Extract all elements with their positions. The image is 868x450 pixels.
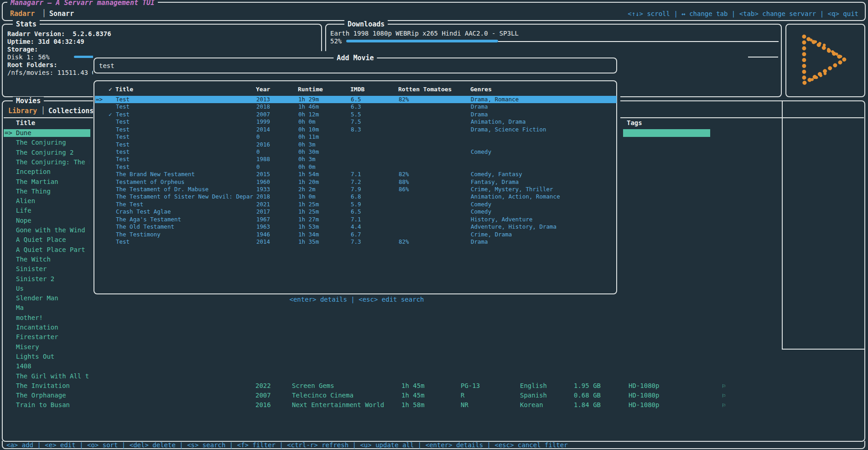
tag-icon: ⚐ — [722, 382, 726, 390]
result-year: 1999 — [256, 118, 270, 126]
search-result-row[interactable]: The Testimony19461h 34m6.7Crime, Drama — [95, 231, 617, 238]
stats-uptime: Uptime: 31d 04:32:49 — [7, 38, 84, 46]
search-result-row[interactable]: Test20141h 35m7.382%Drama — [95, 238, 617, 246]
movie-list-item[interactable]: Inception — [4, 168, 90, 176]
movie-table-row[interactable]: 2022Screen Gems1h 45mPG-13English1.95 GB… — [0, 382, 868, 390]
movie-list-item[interactable]: The Conjuring: The De — [4, 158, 90, 166]
search-result-row[interactable]: Crash Test Aglae20171h 25m6.5Comedy — [95, 208, 617, 215]
movie-title: Slender Man — [16, 294, 89, 302]
result-genres: Drama — [471, 238, 488, 246]
movie-title: Sinister 2 — [16, 275, 89, 283]
result-year: 0 — [256, 163, 260, 171]
search-result-row[interactable]: The Brand New Testament20151h 54m7.182%C… — [95, 171, 617, 178]
result-title: The Testament of Dr. Mabuse — [116, 186, 254, 193]
movie-quality: HD-1080p — [629, 382, 659, 390]
search-result-row[interactable]: The Old Testament19631h 53m4.4Adventure,… — [95, 223, 617, 230]
movie-list-item[interactable]: Slender Man — [4, 294, 90, 302]
movie-studio: Next Entertainment World — [292, 401, 384, 409]
result-genres: Drama, Romance — [471, 96, 519, 103]
results-header-rotten-tomatoes: Rotten Tomatoes — [398, 86, 452, 93]
result-imdb: 5.9 — [351, 201, 361, 208]
search-result-row[interactable]: The Testament of Sister New Devil: Depar… — [95, 193, 617, 200]
result-genres: Comedy — [471, 201, 491, 208]
result-runtime: 0h 11m — [298, 133, 319, 141]
movie-list-item[interactable]: The Conjuring 2 — [4, 149, 90, 157]
movie-list-item[interactable]: Life — [4, 207, 90, 215]
result-title: The Aga's Testament — [116, 216, 254, 223]
result-runtime: 1h 46m — [298, 103, 319, 110]
result-year: 1946 — [256, 231, 270, 238]
search-result-row[interactable]: Test00h 0m — [95, 163, 617, 171]
result-runtime: 0h 12m — [298, 111, 319, 118]
movie-list-item[interactable]: 1408 — [4, 362, 90, 370]
result-runtime: 1h 35m — [298, 238, 319, 246]
result-title: The Testimony — [116, 231, 254, 238]
result-rotten_tomatoes: 88% — [399, 178, 409, 186]
result-title: The Testament of Sister New Devil: Depar — [116, 193, 254, 200]
movie-list-item[interactable]: The Martian — [4, 178, 90, 186]
results-header-runtime: Runtime — [298, 86, 323, 93]
movie-list-item[interactable]: The Conjuring — [4, 139, 90, 147]
result-genres: Drama — [471, 111, 488, 118]
movie-year: 2016 — [255, 401, 271, 409]
movie-list-item[interactable]: Misery — [4, 343, 90, 351]
result-title: Test — [116, 238, 254, 246]
movie-list-item[interactable]: A Quiet Place Part II — [4, 246, 90, 254]
search-result-row[interactable]: The Aga's Testament19671h 27m7.1History,… — [95, 216, 617, 223]
movie-list-item[interactable]: Sinister — [4, 265, 90, 273]
movie-list-item[interactable]: Alien — [4, 197, 90, 205]
movie-title: Firestarter — [16, 333, 89, 341]
search-result-row[interactable]: Test20140h 10m8.3Drama, Science Fiction — [95, 126, 617, 133]
movie-list-item[interactable]: The Girl with All the — [4, 372, 90, 380]
result-title: Test — [116, 118, 254, 126]
movie-list-item[interactable]: Ma — [4, 304, 90, 312]
movie-title: Inception — [16, 168, 89, 176]
search-result-row[interactable]: test00h 30mComedy — [95, 148, 617, 156]
movie-title: A Quiet Place — [16, 236, 89, 244]
movie-title: A Quiet Place Part II — [16, 246, 89, 254]
movie-quality: HD-1080p — [629, 401, 659, 409]
movie-certification: PG-13 — [461, 382, 480, 390]
search-result-row[interactable]: Test20181h 46m6.3Drama — [95, 103, 617, 110]
search-result-row[interactable]: Testament of Orpheus19601h 20m7.288%Fant… — [95, 178, 617, 186]
result-genres: History, Adventure — [471, 216, 532, 223]
movie-list-item[interactable]: Gone with the Wind — [4, 226, 90, 234]
search-result-row[interactable]: Test19880h 3m — [95, 156, 617, 163]
movie-list-item[interactable]: =>Dune — [4, 129, 90, 137]
movie-list-item[interactable]: The Witch — [4, 256, 90, 263]
tab-collections[interactable]: Collections — [48, 107, 94, 115]
tab-radarr[interactable]: Radarr — [10, 10, 35, 18]
movie-table-row[interactable]: 2016Next Entertainment World1h 58mNRKore… — [0, 401, 868, 409]
movie-list-item[interactable]: Nope — [4, 217, 90, 225]
tab-library[interactable]: Library — [8, 107, 37, 115]
add-movie-results-table: ✓ Title Year Runtime IMDB Rotten Tomatoe… — [94, 80, 617, 294]
search-result-row[interactable]: Test20160h 3m — [95, 141, 617, 148]
movie-title: Lights Out — [16, 353, 89, 361]
search-result-row[interactable]: ✓Test20070h 12m5.5Drama — [95, 111, 617, 118]
movie-list-item[interactable]: A Quiet Place — [4, 236, 90, 244]
result-year: 2014 — [256, 126, 270, 133]
movie-year: 2007 — [255, 392, 271, 399]
movie-list-item[interactable]: Incantation — [4, 324, 90, 331]
movie-list-item[interactable]: Lights Out — [4, 353, 90, 361]
movie-list-item[interactable]: The Thing — [4, 188, 90, 195]
tab-sonarr[interactable]: Sonarr — [49, 10, 74, 18]
result-imdb: 6.5 — [351, 208, 361, 215]
movie-list-item[interactable]: Us — [4, 285, 90, 293]
search-result-row[interactable]: Test19990h 0m7.5Animation, Drama — [95, 118, 617, 126]
result-imdb: 7.1 — [351, 171, 361, 178]
stats-panel-title: Stats — [13, 20, 40, 28]
search-result-row[interactable]: =>Test20131h 29m6.582%Drama, Romance — [95, 96, 617, 103]
search-result-row[interactable]: The Testament of Dr. Mabuse19332h 2m7.98… — [95, 186, 617, 193]
download-item-title[interactable]: Earth 1998 1080p WEBRip x265 Hindi AAC2.… — [330, 30, 519, 37]
movie-table-row[interactable]: 2007Telecinco Cinema1h 45mRSpanish0.68 G… — [0, 392, 868, 399]
search-result-row[interactable]: The Test20211h 25m5.9Comedy — [95, 201, 617, 208]
search-result-row[interactable]: Test00h 11m — [95, 133, 617, 141]
movie-list-item[interactable]: mother! — [4, 314, 90, 322]
movie-list-item[interactable]: Firestarter — [4, 333, 90, 341]
add-movie-search-input[interactable] — [98, 62, 602, 70]
add-movie-modal: Add Movie ✓ Title Year Runtime IMDB Rott… — [93, 51, 620, 382]
movie-list-item[interactable]: Sinister 2 — [4, 275, 90, 283]
selection-arrow: => — [96, 96, 103, 103]
result-year: 1933 — [256, 186, 270, 193]
